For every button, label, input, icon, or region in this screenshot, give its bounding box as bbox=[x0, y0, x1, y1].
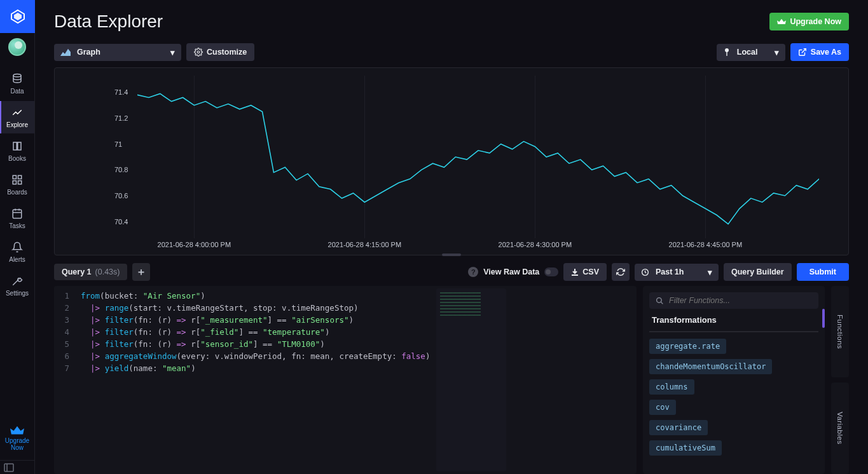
y-tick-label: 71.2 bbox=[114, 114, 128, 122]
svg-rect-4 bbox=[18, 175, 22, 179]
csv-label: CSV bbox=[582, 267, 599, 276]
upgrade-button[interactable]: Upgrade Now bbox=[769, 13, 849, 30]
upgrade-sidebar-button[interactable]: Upgrade Now bbox=[0, 422, 34, 455]
y-tick-label: 70.8 bbox=[114, 166, 128, 173]
nav-label: Data bbox=[10, 88, 24, 95]
explore-icon bbox=[11, 106, 24, 119]
customize-label: Customize bbox=[207, 48, 247, 57]
download-icon bbox=[571, 268, 579, 276]
nav-alerts[interactable]: Alerts bbox=[0, 236, 34, 268]
search-icon bbox=[656, 297, 664, 305]
books-icon bbox=[11, 140, 24, 152]
side-tab-functions[interactable]: Functions bbox=[831, 286, 849, 377]
function-chip[interactable]: cov bbox=[649, 400, 676, 415]
sidebar: Data Explore Books Boards Tasks Alerts bbox=[0, 0, 35, 474]
query-tab[interactable]: Query 1 (0.43s) bbox=[54, 264, 127, 280]
crown-icon bbox=[10, 426, 24, 436]
functions-search[interactable] bbox=[649, 292, 818, 309]
code-minimap[interactable] bbox=[436, 288, 506, 471]
function-chip[interactable]: covariance bbox=[649, 420, 708, 435]
y-tick-label: 70.4 bbox=[114, 218, 128, 226]
function-chip[interactable]: aggregate.rate bbox=[649, 339, 726, 354]
y-tick-label: 71 bbox=[114, 140, 122, 148]
user-avatar[interactable] bbox=[8, 38, 26, 56]
submit-label: Submit bbox=[809, 267, 836, 276]
svg-marker-1 bbox=[14, 13, 22, 20]
nav-label: Tasks bbox=[9, 222, 25, 229]
query-tab-label: Query 1 bbox=[62, 267, 92, 276]
functions-list: aggregate.ratechandeMomentumOscillatorco… bbox=[649, 339, 818, 456]
view-raw-label: View Raw Data bbox=[483, 267, 539, 276]
nav-label: Alerts bbox=[9, 256, 25, 263]
code-content[interactable]: from(bucket: "Air Sensor") |> range(star… bbox=[74, 286, 436, 474]
function-chip[interactable]: cumulativeSum bbox=[649, 440, 722, 456]
bell-icon bbox=[11, 241, 24, 254]
time-range-select[interactable]: Past 1h ▾ bbox=[635, 264, 719, 281]
toggle-knob bbox=[546, 269, 551, 274]
y-tick-label: 70.6 bbox=[114, 192, 128, 200]
nav-label: Explore bbox=[6, 121, 28, 128]
query-builder-label: Query Builder bbox=[731, 267, 784, 276]
refresh-button[interactable] bbox=[612, 263, 630, 281]
submit-button[interactable]: Submit bbox=[797, 263, 849, 281]
page-title: Data Explorer bbox=[54, 11, 163, 32]
function-chip[interactable]: columns bbox=[649, 379, 694, 395]
x-tick-label: 2021-06-28 4:45:00 PM bbox=[669, 241, 743, 248]
help-icon: ? bbox=[468, 267, 478, 277]
customize-button[interactable]: Customize bbox=[186, 43, 254, 61]
nav-boards[interactable]: Boards bbox=[0, 168, 34, 201]
nav-data[interactable]: Data bbox=[0, 67, 34, 100]
query-builder-button[interactable]: Query Builder bbox=[724, 263, 792, 281]
nav-settings[interactable]: Settings bbox=[0, 269, 34, 302]
functions-section-header: Transformations bbox=[649, 309, 818, 332]
svg-line-13 bbox=[802, 49, 806, 53]
view-type-label: Graph bbox=[77, 48, 100, 57]
timezone-label: Local bbox=[737, 48, 758, 57]
gear-icon bbox=[194, 48, 203, 57]
svg-rect-5 bbox=[13, 181, 16, 184]
clock-icon bbox=[641, 268, 649, 276]
time-range-label: Past 1h bbox=[656, 267, 684, 276]
side-tab-variables[interactable]: Variables bbox=[831, 383, 849, 474]
graph-panel: 71.471.27170.870.670.42021-06-28 4:00:00… bbox=[54, 67, 849, 255]
svg-line-16 bbox=[661, 302, 663, 304]
code-editor[interactable]: 1234567 from(bucket: "Air Sensor") |> ra… bbox=[54, 286, 637, 474]
refresh-icon bbox=[616, 267, 625, 276]
nav-label: Books bbox=[8, 155, 26, 162]
csv-button[interactable]: CSV bbox=[563, 263, 607, 281]
resize-handle[interactable] bbox=[442, 254, 461, 256]
add-query-button[interactable]: ＋ bbox=[132, 263, 150, 281]
tasks-icon bbox=[11, 207, 24, 220]
timezone-select[interactable]: Local ▾ bbox=[717, 44, 785, 61]
nav-explore[interactable]: Explore bbox=[0, 101, 34, 133]
function-chip[interactable]: chandeMomentumOscillator bbox=[649, 359, 772, 374]
caret-down-icon: ▾ bbox=[775, 48, 779, 57]
save-as-label: Save As bbox=[811, 48, 841, 57]
crown-icon bbox=[777, 18, 786, 25]
x-tick-label: 2021-06-28 4:15:00 PM bbox=[328, 241, 402, 248]
svg-point-10 bbox=[197, 51, 200, 53]
database-icon bbox=[11, 72, 24, 85]
save-as-button[interactable]: Save As bbox=[790, 43, 849, 61]
query-duration: (0.43s) bbox=[95, 267, 120, 276]
svg-point-2 bbox=[13, 74, 21, 78]
svg-rect-3 bbox=[13, 175, 16, 179]
view-type-select[interactable]: Graph ▾ bbox=[54, 44, 181, 61]
line-gutter: 1234567 bbox=[54, 286, 74, 474]
x-tick-label: 2021-06-28 4:30:00 PM bbox=[499, 241, 572, 248]
boards-icon bbox=[11, 173, 24, 186]
pin-icon bbox=[723, 48, 731, 57]
nav-label: Boards bbox=[7, 189, 27, 196]
functions-search-input[interactable] bbox=[669, 296, 812, 305]
expand-sidebar-button[interactable] bbox=[0, 460, 34, 474]
app-logo[interactable] bbox=[0, 0, 35, 33]
upgrade-label: Upgrade Now bbox=[790, 17, 841, 26]
svg-rect-8 bbox=[4, 464, 13, 471]
view-raw-toggle[interactable]: ? View Raw Data bbox=[468, 267, 558, 277]
nav-tasks[interactable]: Tasks bbox=[0, 202, 34, 234]
svg-rect-7 bbox=[13, 210, 22, 219]
y-tick-label: 71.4 bbox=[114, 88, 128, 96]
chart-area[interactable]: 71.471.27170.870.670.42021-06-28 4:00:00… bbox=[137, 79, 819, 234]
nav-books[interactable]: Books bbox=[0, 135, 34, 167]
upgrade-label: Upgrade Now bbox=[1, 437, 33, 451]
